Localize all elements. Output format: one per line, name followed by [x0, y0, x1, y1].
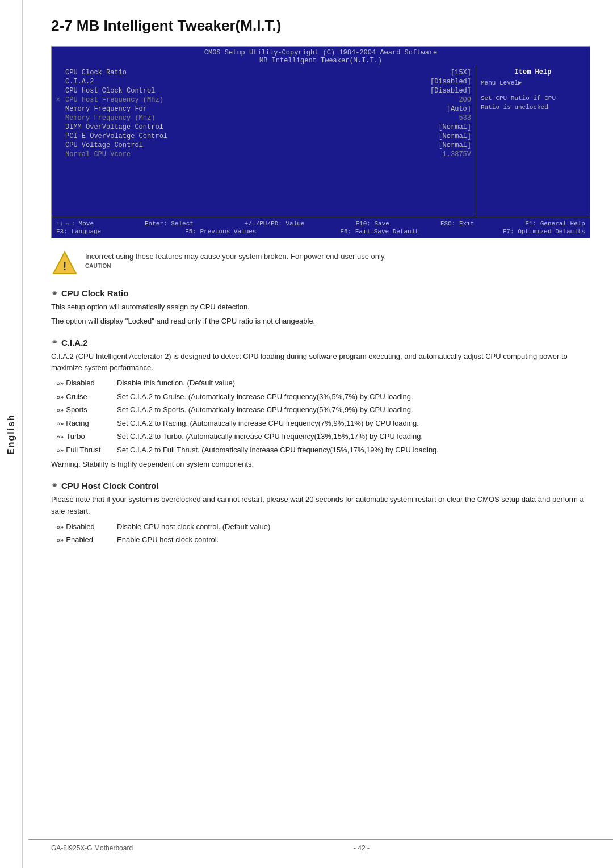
bios-header-line2: MB Intelligent Tweaker(M.I.T.)	[52, 57, 590, 65]
bios-nav-f3: F3: Language	[56, 228, 101, 235]
bios-row: CPU Voltage Control[Normal]	[56, 141, 471, 150]
bios-row-label: PCI-E OverVolatge Control	[65, 132, 403, 140]
def-term: »»Disabled	[57, 378, 108, 389]
def-arrow-icon: »»	[57, 535, 64, 545]
bios-row: DIMM OverVoltage Control[Normal]	[56, 123, 471, 132]
bios-row-value: [Normal]	[403, 123, 471, 131]
bios-row-prefix	[56, 123, 65, 131]
def-term: »»Turbo	[57, 431, 108, 442]
main-content: 2-7 MB Intelligent Tweaker(M.I.T.) CMOS …	[28, 0, 613, 572]
page-footer: GA-8I925X-G Motherboard - 42 -	[28, 839, 613, 857]
bios-row: C.I.A.2[Disabled]	[56, 77, 471, 86]
arrow-icon: ⚭	[51, 481, 58, 490]
def-term-text: Full Thrust	[66, 445, 100, 456]
sidebar: English	[0, 0, 23, 868]
def-term-text: Turbo	[66, 431, 85, 442]
def-row: »»EnabledEnable CPU host clock control.	[57, 534, 590, 546]
def-term-text: Disabled	[66, 521, 95, 532]
def-desc: Set C.I.A.2 to Turbo. (Automatically inc…	[117, 431, 590, 442]
def-term: »»Disabled	[57, 521, 108, 532]
bios-left-panel: CPU Clock Ratio[15X]C.I.A.2[Disabled]CPU…	[52, 66, 476, 217]
bios-row-prefix	[56, 150, 65, 158]
section-body-cia2: C.I.A.2 (CPU Intelligent Acelerator 2) i…	[51, 351, 590, 471]
bios-nav-f1: F1: General Help	[525, 220, 585, 227]
def-desc: Set C.I.A.2 to Full Thrust. (Automatical…	[117, 445, 590, 456]
section-paragraph: The option will display "Locked" and rea…	[51, 316, 590, 328]
caution-text-block: Incorrect using these features may cause…	[85, 250, 386, 269]
def-desc: Disable CPU host clock control. (Default…	[117, 521, 590, 532]
sidebar-label: English	[6, 414, 16, 455]
bios-nav-f10: F10: Save	[355, 220, 389, 227]
bios-footer-row1: ↑↓→←: Move Enter: Select +/-/PU/PD: Valu…	[56, 220, 585, 228]
section-body-cpu-host-clock-control: Please note that if your system is overc…	[51, 494, 590, 546]
def-row: »»DisabledDisable this function. (Defaul…	[57, 378, 590, 389]
def-row: »»RacingSet C.I.A.2 to Racing. (Automati…	[57, 418, 590, 429]
def-desc: Set C.I.A.2 to Sports. (Automatically in…	[117, 404, 590, 416]
section-heading-text: CPU Host Clock Control	[61, 481, 159, 490]
bios-row-label: Memory Frequency (Mhz)	[65, 114, 403, 122]
def-arrow-icon: »»	[57, 446, 64, 455]
section-paragraph: C.I.A.2 (CPU Intelligent Acelerator 2) i…	[51, 351, 590, 375]
bios-nav-f7: F7: Optimized Defaults	[503, 228, 585, 235]
bios-row-prefix	[56, 78, 65, 86]
bios-row-value: 200	[403, 96, 471, 104]
def-row: »»DisabledDisable CPU host clock control…	[57, 521, 590, 532]
def-arrow-icon: »»	[57, 392, 64, 402]
bios-row: PCI-E OverVolatge Control[Normal]	[56, 132, 471, 141]
bios-row-label: DIMM OverVoltage Control	[65, 123, 403, 131]
bios-nav-f6: F6: Fail-Save Default	[340, 228, 419, 235]
bios-row-label: CPU Voltage Control	[65, 141, 403, 149]
bios-row-prefix	[56, 114, 65, 122]
bios-right-panel: Item Help Menu Level▶ Set CPU Ratio if C…	[476, 66, 590, 217]
bios-row: CPU Host Clock Control[Disabled]	[56, 86, 471, 95]
bios-row-value: [Disabled]	[403, 87, 471, 95]
bios-row: Normal CPU Vcore1.3875V	[56, 150, 471, 159]
bios-row-label: CPU Host Frequency (Mhz)	[65, 96, 403, 104]
warning-triangle-icon: !	[51, 250, 78, 277]
bios-help-line2: Ratio is unclocked	[481, 103, 585, 112]
def-term: »»Full Thrust	[57, 445, 108, 456]
bios-nav-move: ↑↓→←: Move	[56, 220, 94, 227]
def-arrow-icon: »»	[57, 405, 64, 415]
bios-row-label: Memory Frequency For	[65, 105, 403, 113]
def-row: »»TurboSet C.I.A.2 to Turbo. (Automatica…	[57, 431, 590, 442]
bios-row: CPU Clock Ratio[15X]	[56, 68, 471, 77]
bios-row-label: C.I.A.2	[65, 78, 403, 86]
def-term: »»Sports	[57, 404, 108, 416]
bios-nav-esc: ESC: Exit	[440, 220, 474, 227]
footer-center: - 42 -	[354, 844, 370, 852]
bios-row-value: [15X]	[403, 69, 471, 77]
def-arrow-icon: »»	[57, 419, 64, 429]
section-heading-cpu-host-clock-control: ⚭CPU Host Clock Control	[51, 481, 590, 490]
def-arrow-icon: »»	[57, 522, 64, 532]
bios-row-value: 533	[403, 114, 471, 122]
bios-row-value: [Normal]	[403, 132, 471, 140]
bios-menu-level: Menu Level▶	[481, 78, 585, 88]
bios-header-line1: CMOS Setup Utility-Copyright (C) 1984-20…	[52, 49, 590, 57]
def-term: »»Racing	[57, 418, 108, 429]
def-list: »»DisabledDisable this function. (Defaul…	[57, 378, 590, 455]
bios-nav-f5: F5: Previous Values	[185, 228, 256, 235]
caution-label: CAUTION	[85, 263, 386, 269]
bios-row-prefix	[56, 132, 65, 140]
bios-help-title: Item Help	[481, 68, 585, 76]
def-term-text: Enabled	[66, 534, 93, 546]
section-body-cpu-clock-ratio: This setup option will automatically ass…	[51, 301, 590, 328]
page-title: 2-7 MB Intelligent Tweaker(M.I.T.)	[51, 17, 590, 35]
section-cia2: ⚭C.I.A.2C.I.A.2 (CPU Intelligent Acelera…	[51, 338, 590, 471]
bios-row-value: [Disabled]	[403, 78, 471, 86]
section-heading-text: CPU Clock Ratio	[61, 288, 128, 298]
bios-row-label: CPU Host Clock Control	[65, 87, 403, 95]
bios-body: CPU Clock Ratio[15X]C.I.A.2[Disabled]CPU…	[52, 66, 590, 217]
def-term-text: Disabled	[66, 378, 95, 389]
bios-footer-row2: F3: Language F5: Previous Values F6: Fai…	[56, 228, 585, 236]
bios-nav-value: +/-/PU/PD: Value	[245, 220, 305, 227]
bios-row: Memory Frequency (Mhz)533	[56, 114, 471, 123]
bios-row-prefix	[56, 87, 65, 95]
section-warning: Warning: Stability is highly dependent o…	[51, 459, 590, 471]
bios-help-line1: Set CPU Ratio if CPU	[481, 94, 585, 103]
bios-screen: CMOS Setup Utility-Copyright (C) 1984-20…	[51, 46, 590, 238]
section-paragraph: Please note that if your system is overc…	[51, 494, 590, 518]
bios-row-label: CPU Clock Ratio	[65, 69, 403, 77]
arrow-icon: ⚭	[51, 289, 58, 298]
